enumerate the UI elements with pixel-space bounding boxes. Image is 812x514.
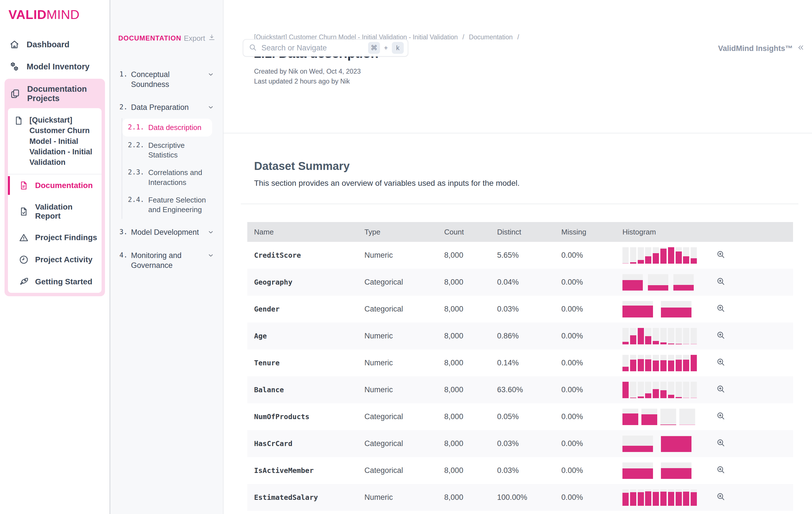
hist-bar bbox=[622, 409, 638, 425]
sidebar-item-project-activity[interactable]: Project Activity bbox=[8, 249, 102, 271]
breadcrumb-separator: / bbox=[517, 33, 519, 41]
tree-item-descriptive-statistics[interactable]: 2.2.Descriptive Statistics bbox=[122, 136, 212, 164]
histogram bbox=[622, 247, 716, 264]
section-title: Dataset Summary bbox=[254, 160, 812, 172]
sidebar-item-project-findings[interactable]: Project Findings bbox=[8, 226, 102, 249]
chevron-down-icon bbox=[204, 103, 214, 111]
sidebar-item-documentation-projects[interactable]: Documentation Projects bbox=[4, 79, 105, 108]
docnav-title: DOCUMENTATION bbox=[118, 34, 181, 42]
hist-bar bbox=[691, 247, 697, 264]
hist-bar-fill bbox=[660, 360, 667, 371]
tree-section-data-preparation[interactable]: 2.Data Preparation bbox=[118, 98, 215, 117]
cell-type: Numeric bbox=[365, 358, 444, 367]
hist-bar bbox=[653, 355, 659, 371]
hist-bar-fill bbox=[676, 344, 682, 344]
hist-bar bbox=[653, 328, 659, 344]
zoom-in-icon[interactable] bbox=[716, 330, 725, 340]
zoom-in-icon[interactable] bbox=[716, 438, 725, 448]
hist-bar bbox=[676, 247, 682, 264]
cell-missing: 0.00% bbox=[561, 385, 622, 394]
hist-bar-fill bbox=[691, 492, 697, 506]
export-button[interactable]: Export bbox=[184, 33, 215, 43]
hist-bar bbox=[660, 247, 667, 264]
tree-item-data-description[interactable]: 2.1.Data description bbox=[122, 119, 212, 136]
cell-count: 8,000 bbox=[444, 412, 497, 421]
cell-distinct: 0.03% bbox=[497, 466, 561, 475]
hist-bar bbox=[683, 489, 689, 506]
search-box[interactable]: ⌘ + k bbox=[243, 39, 408, 57]
cell-type: Numeric bbox=[365, 385, 444, 394]
sidebar-item-dashboard[interactable]: Dashboard bbox=[0, 33, 110, 55]
hist-bar bbox=[622, 462, 653, 479]
dataset-summary-table: NameTypeCountDistinctMissingHistogram Cr… bbox=[247, 222, 793, 514]
hist-bar-fill bbox=[683, 398, 689, 398]
hist-bar bbox=[638, 489, 644, 506]
cell-missing: 0.00% bbox=[561, 358, 622, 367]
zoom-in-icon[interactable] bbox=[716, 492, 725, 501]
page-meta: Created by Nik on Wed, Oct 4, 2023 Last … bbox=[254, 66, 812, 86]
hist-bar bbox=[673, 274, 694, 291]
sidebar-item-model-inventory[interactable]: Model Inventory bbox=[0, 55, 110, 78]
table-row: GeographyCategorical8,0000.04%0.00% bbox=[247, 269, 793, 296]
cell-distinct: 0.04% bbox=[497, 278, 561, 287]
hist-bar bbox=[676, 355, 682, 371]
hist-bar bbox=[630, 328, 636, 344]
main-content: ⌘ + k ValidMind Insights™ [Quickstart] C… bbox=[224, 0, 812, 514]
zoom-in-icon[interactable] bbox=[716, 465, 725, 475]
search-input[interactable] bbox=[261, 43, 364, 53]
validmind-logo[interactable]: VALIDMIND bbox=[0, 7, 110, 22]
cell-count: 8,000 bbox=[444, 332, 497, 341]
hist-bar bbox=[679, 409, 695, 425]
tree-section-monitoring-and-governance[interactable]: 4.Monitoring and Governance bbox=[118, 246, 215, 275]
hist-bar-fill bbox=[661, 436, 692, 452]
hist-bar-fill bbox=[679, 425, 695, 425]
tree-section-conceptual-soundness[interactable]: 1.Conceptual Soundness bbox=[118, 65, 215, 94]
tree-item-correlations-and-interactions[interactable]: 2.3.Correlations and Interactions bbox=[122, 164, 212, 191]
tree-section-model-development[interactable]: 3.Model Development bbox=[118, 223, 215, 242]
sidebar-item-getting-started[interactable]: Getting Started bbox=[8, 271, 102, 293]
zoom-in-icon[interactable] bbox=[716, 303, 725, 313]
logo-valid: VALID bbox=[8, 7, 47, 22]
cell-name: Age bbox=[247, 332, 365, 340]
hist-bar bbox=[653, 382, 659, 398]
hist-bar-fill bbox=[683, 344, 689, 344]
chevron-down-icon bbox=[204, 251, 214, 259]
histogram bbox=[622, 355, 716, 371]
hist-bar-fill bbox=[653, 389, 659, 398]
hist-bar bbox=[691, 382, 697, 398]
download-icon bbox=[208, 33, 215, 43]
breadcrumb-documentation[interactable]: Documentation bbox=[469, 33, 513, 41]
zoom-in-icon[interactable] bbox=[716, 249, 725, 259]
insights-label: ValidMind Insights™ bbox=[718, 44, 793, 53]
project-card-title[interactable]: [Quickstart] Customer Churn Model - Init… bbox=[8, 108, 102, 174]
table-row: EstimatedSalaryNumeric8,000100.00%0.00% bbox=[247, 484, 793, 511]
zoom-in-icon[interactable] bbox=[716, 384, 725, 394]
histogram bbox=[622, 489, 716, 506]
sidebar-item-validation-report[interactable]: Validation Report bbox=[8, 196, 102, 226]
hist-bar-fill bbox=[660, 342, 667, 344]
shortcut-plus: + bbox=[384, 44, 388, 52]
zoom-in-icon[interactable] bbox=[716, 411, 725, 421]
hist-bar-fill bbox=[622, 468, 653, 479]
cell-actions bbox=[716, 303, 793, 315]
tree-item-feature-selection-and-engineering[interactable]: 2.4.Feature Selection and Engineering bbox=[122, 191, 212, 219]
collapse-panel-icon[interactable] bbox=[797, 44, 805, 54]
sidebar-item-documentation[interactable]: Documentation bbox=[8, 174, 102, 196]
hist-bar bbox=[668, 489, 674, 506]
table-row: CreditScoreNumeric8,0005.65%0.00% bbox=[247, 242, 793, 269]
hist-bar-fill bbox=[630, 262, 636, 264]
hist-bar bbox=[641, 409, 657, 425]
cell-actions bbox=[716, 438, 793, 450]
cell-missing: 0.00% bbox=[561, 493, 622, 502]
cell-missing: 0.00% bbox=[561, 412, 622, 421]
hist-bar bbox=[691, 489, 697, 506]
hist-bar-fill bbox=[622, 305, 653, 318]
zoom-in-icon[interactable] bbox=[716, 276, 725, 286]
column-header-histogram: Histogram bbox=[622, 228, 716, 237]
zoom-in-icon[interactable] bbox=[716, 357, 725, 367]
histogram bbox=[622, 274, 716, 291]
hist-bar bbox=[638, 382, 644, 398]
hist-bar-fill bbox=[653, 360, 659, 371]
hist-bar bbox=[638, 328, 644, 344]
hist-bar-fill bbox=[683, 492, 689, 506]
